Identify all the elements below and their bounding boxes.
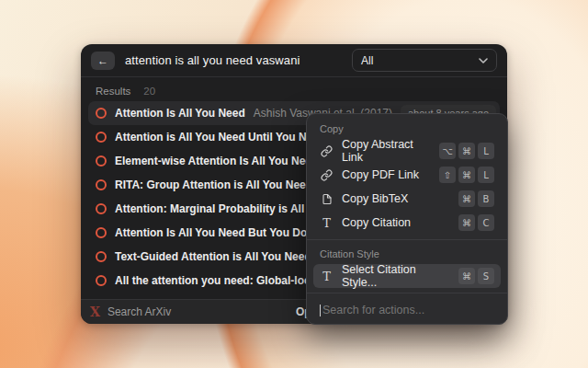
paper-circle-icon bbox=[96, 203, 107, 214]
cmd-key-icon: ⌘ bbox=[458, 167, 475, 183]
menu-item-label: Select Citation Style... bbox=[342, 263, 450, 289]
cmd-key-icon: ⌘ bbox=[458, 268, 475, 284]
paper-circle-icon bbox=[96, 108, 107, 119]
menu-item-copy-pdf-link[interactable]: Copy PDF Link ⇧ ⌘ L bbox=[313, 163, 501, 187]
l-key-icon: L bbox=[478, 167, 494, 183]
paper-circle-icon bbox=[96, 179, 107, 190]
actions-context-menu: Copy Copy Abstract Link ⌥ ⌘ L Copy PDF L… bbox=[306, 113, 508, 325]
b-key-icon: B bbox=[478, 190, 494, 207]
option-key-icon: ⌥ bbox=[439, 143, 456, 159]
menu-item-label: Copy BibTeX bbox=[342, 192, 408, 205]
search-header: ← attention is all you need vaswani All bbox=[81, 44, 507, 77]
cmd-key-icon: ⌘ bbox=[458, 143, 475, 159]
paper-circle-icon bbox=[96, 132, 107, 143]
text-cursor bbox=[320, 305, 321, 316]
menu-item-label: Copy Abstract Link bbox=[342, 138, 431, 164]
menu-divider bbox=[307, 239, 507, 240]
document-icon bbox=[320, 193, 334, 205]
search-input[interactable]: attention is all you need vaswani bbox=[125, 53, 300, 67]
menu-divider bbox=[307, 293, 507, 293]
link-icon bbox=[320, 145, 334, 157]
result-title: Element-wise Attention Is All You Need bbox=[115, 155, 318, 167]
results-header: Results 20 bbox=[81, 77, 507, 101]
shift-key-icon: ⇧ bbox=[439, 167, 456, 183]
menu-item-label: Copy PDF Link bbox=[342, 168, 419, 181]
s-key-icon: S bbox=[478, 268, 494, 284]
category-dropdown[interactable]: All bbox=[352, 49, 497, 72]
extension-name: Search ArXiv bbox=[107, 305, 171, 318]
results-count: 20 bbox=[143, 86, 155, 97]
cmd-key-icon: ⌘ bbox=[458, 214, 475, 231]
chevron-down-icon bbox=[479, 58, 488, 63]
link-icon bbox=[320, 169, 334, 181]
menu-section-header-citation-style: Citation Style bbox=[313, 245, 501, 264]
back-button[interactable]: ← bbox=[91, 52, 115, 70]
menu-item-copy-bibtex[interactable]: Copy BibTeX ⌘ B bbox=[313, 187, 501, 211]
paper-circle-icon bbox=[96, 275, 107, 286]
back-arrow-icon: ← bbox=[97, 54, 108, 67]
menu-item-label: Copy Citation bbox=[342, 216, 411, 229]
menu-section-header-copy: Copy bbox=[313, 120, 501, 139]
paper-circle-icon bbox=[96, 251, 107, 262]
arxiv-logo-icon: X bbox=[90, 305, 100, 319]
cmd-key-icon: ⌘ bbox=[458, 190, 475, 207]
text-icon: T bbox=[320, 216, 334, 230]
actions-search-placeholder: Search for actions... bbox=[322, 304, 424, 316]
menu-item-copy-citation[interactable]: T Copy Citation ⌘ C bbox=[313, 211, 501, 235]
l-key-icon: L bbox=[478, 143, 494, 159]
text-icon: T bbox=[320, 270, 334, 283]
result-title: Attention Is All You Need bbox=[115, 107, 245, 120]
results-label: Results bbox=[96, 86, 130, 97]
paper-circle-icon bbox=[96, 155, 107, 167]
paper-circle-icon bbox=[96, 227, 107, 238]
menu-item-copy-abstract-link[interactable]: Copy Abstract Link ⌥ ⌘ L bbox=[313, 139, 501, 163]
category-dropdown-value: All bbox=[361, 54, 373, 67]
c-key-icon: C bbox=[478, 214, 494, 231]
menu-item-select-citation-style[interactable]: T Select Citation Style... ⌘ S bbox=[313, 264, 501, 288]
actions-search-input[interactable]: Search for actions... bbox=[313, 298, 501, 324]
